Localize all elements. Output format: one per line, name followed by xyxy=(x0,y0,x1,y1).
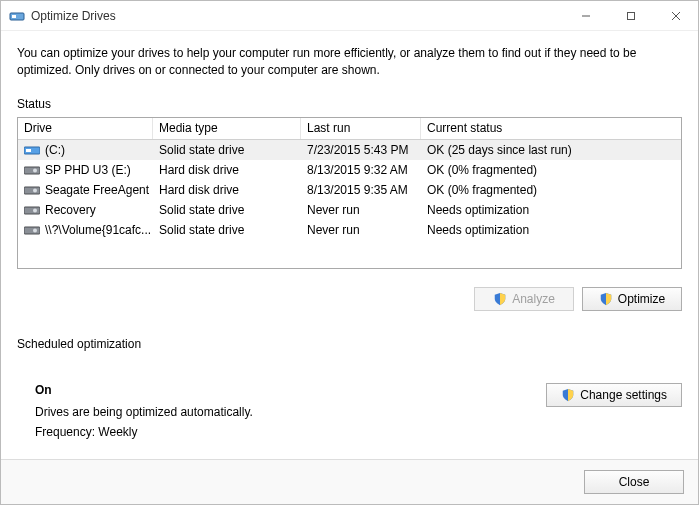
svg-rect-10 xyxy=(24,187,40,194)
drive-name: Seagate FreeAgent xyxy=(45,183,149,197)
col-status[interactable]: Current status xyxy=(421,118,681,139)
cell-media: Solid state drive xyxy=(153,140,301,160)
optimize-label: Optimize xyxy=(618,292,665,306)
cell-media: Solid state drive xyxy=(153,220,301,240)
drive-icon xyxy=(24,224,40,236)
status-label: Status xyxy=(17,97,682,111)
cell-status: OK (0% fragmented) xyxy=(421,160,681,180)
app-icon xyxy=(9,8,25,24)
svg-point-9 xyxy=(33,168,37,172)
table-row[interactable]: SP PHD U3 (E:)Hard disk drive8/13/2015 9… xyxy=(18,160,681,180)
cell-lastrun: Never run xyxy=(301,220,421,240)
titlebar: Optimize Drives xyxy=(1,1,698,31)
table-row[interactable]: RecoverySolid state driveNever runNeeds … xyxy=(18,200,681,220)
cell-lastrun: 7/23/2015 5:43 PM xyxy=(301,140,421,160)
change-settings-button[interactable]: Change settings xyxy=(546,383,682,407)
intro-text: You can optimize your drives to help you… xyxy=(17,45,682,79)
scheduled-desc: Drives are being optimized automatically… xyxy=(35,405,526,419)
svg-point-15 xyxy=(33,228,37,232)
svg-rect-1 xyxy=(12,15,16,18)
drive-name: \\?\Volume{91cafc... xyxy=(45,223,151,237)
listview-header: Drive Media type Last run Current status xyxy=(18,118,681,140)
cell-lastrun: Never run xyxy=(301,200,421,220)
cell-drive: SP PHD U3 (E:) xyxy=(18,160,153,180)
cell-lastrun: 8/13/2015 9:35 AM xyxy=(301,180,421,200)
cell-status: OK (0% fragmented) xyxy=(421,180,681,200)
footer: Close xyxy=(1,459,698,504)
cell-media: Hard disk drive xyxy=(153,180,301,200)
maximize-button[interactable] xyxy=(608,1,653,30)
cell-drive: \\?\Volume{91cafc... xyxy=(18,220,153,240)
cell-media: Hard disk drive xyxy=(153,160,301,180)
cell-media: Solid state drive xyxy=(153,200,301,220)
window-title: Optimize Drives xyxy=(31,9,116,23)
table-row[interactable]: (C:)Solid state drive7/23/2015 5:43 PMOK… xyxy=(18,140,681,160)
scheduled-state: On xyxy=(35,383,526,397)
close-label: Close xyxy=(619,475,650,489)
svg-rect-7 xyxy=(26,149,31,152)
action-buttons: Analyze Optimize xyxy=(17,287,682,311)
drive-name: Recovery xyxy=(45,203,96,217)
close-window-button[interactable] xyxy=(653,1,698,30)
table-row[interactable]: Seagate FreeAgentHard disk drive8/13/201… xyxy=(18,180,681,200)
analyze-button[interactable]: Analyze xyxy=(474,287,574,311)
drive-icon xyxy=(24,144,40,156)
content-area: You can optimize your drives to help you… xyxy=(1,31,698,459)
minimize-button[interactable] xyxy=(563,1,608,30)
scheduled-label: Scheduled optimization xyxy=(17,337,682,351)
col-lastrun[interactable]: Last run xyxy=(301,118,421,139)
drive-name: (C:) xyxy=(45,143,65,157)
shield-icon xyxy=(493,292,507,306)
cell-lastrun: 8/13/2015 9:32 AM xyxy=(301,160,421,180)
shield-icon xyxy=(561,388,575,402)
shield-icon xyxy=(599,292,613,306)
scheduled-section: On Drives are being optimized automatica… xyxy=(17,383,682,445)
svg-point-13 xyxy=(33,208,37,212)
drive-icon xyxy=(24,204,40,216)
drive-icon xyxy=(24,164,40,176)
table-row[interactable]: \\?\Volume{91cafc...Solid state driveNev… xyxy=(18,220,681,240)
drive-name: SP PHD U3 (E:) xyxy=(45,163,131,177)
cell-drive: (C:) xyxy=(18,140,153,160)
close-button[interactable]: Close xyxy=(584,470,684,494)
analyze-label: Analyze xyxy=(512,292,555,306)
col-media[interactable]: Media type xyxy=(153,118,301,139)
svg-point-11 xyxy=(33,188,37,192)
svg-rect-14 xyxy=(24,227,40,234)
svg-rect-8 xyxy=(24,167,40,174)
drives-listview[interactable]: Drive Media type Last run Current status… xyxy=(17,117,682,269)
scheduled-freq: Frequency: Weekly xyxy=(35,425,526,439)
cell-status: OK (25 days since last run) xyxy=(421,140,681,160)
svg-rect-12 xyxy=(24,207,40,214)
cell-status: Needs optimization xyxy=(421,220,681,240)
svg-rect-3 xyxy=(627,12,634,19)
drive-icon xyxy=(24,184,40,196)
optimize-button[interactable]: Optimize xyxy=(582,287,682,311)
cell-drive: Recovery xyxy=(18,200,153,220)
change-settings-label: Change settings xyxy=(580,388,667,402)
cell-drive: Seagate FreeAgent xyxy=(18,180,153,200)
scheduled-body: On Drives are being optimized automatica… xyxy=(17,383,526,445)
cell-status: Needs optimization xyxy=(421,200,681,220)
col-drive[interactable]: Drive xyxy=(18,118,153,139)
